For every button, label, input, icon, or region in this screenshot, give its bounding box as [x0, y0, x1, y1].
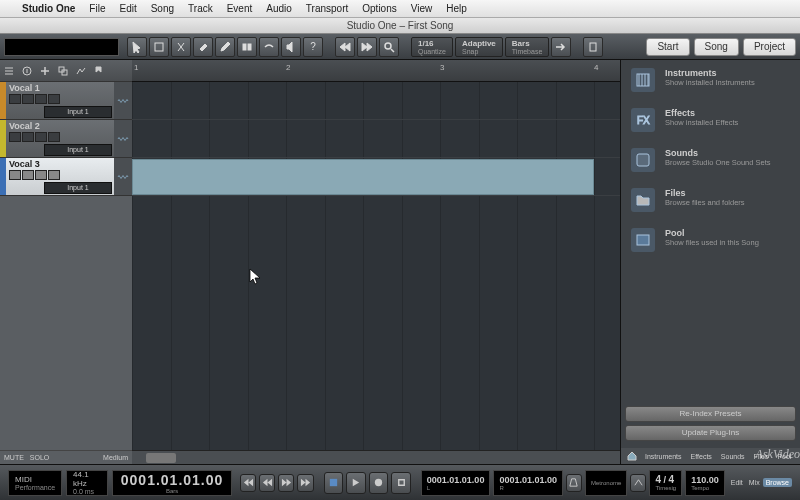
- record-arm-button[interactable]: [35, 170, 47, 180]
- arrow-tool-icon[interactable]: [127, 37, 147, 57]
- zoom-icon[interactable]: [379, 37, 399, 57]
- fast-rewind-button[interactable]: [259, 474, 275, 492]
- browser-tab[interactable]: Sounds: [718, 452, 748, 461]
- track-header[interactable]: Vocal 2Input 1: [0, 120, 132, 158]
- range-tool-icon[interactable]: [149, 37, 169, 57]
- song-button[interactable]: Song: [694, 38, 739, 56]
- app-name-menu[interactable]: Studio One: [22, 3, 75, 14]
- loop-left[interactable]: 0001.01.01.00L: [421, 470, 491, 496]
- arrange-lanes[interactable]: [132, 82, 620, 450]
- automation-view-icon[interactable]: [74, 64, 88, 78]
- browser-category[interactable]: InstrumentsShow installed Instruments: [621, 60, 800, 100]
- browser-category[interactable]: SoundsBrowse Studio One Sound Sets: [621, 140, 800, 180]
- browser-category[interactable]: PoolShow files used in this Song: [621, 220, 800, 260]
- menu-options[interactable]: Options: [362, 3, 396, 14]
- track-lane[interactable]: [132, 82, 620, 120]
- reindex-presets-button[interactable]: Re-Index Presets: [625, 406, 796, 422]
- fast-forward-button[interactable]: [278, 474, 294, 492]
- menu-track[interactable]: Track: [188, 3, 213, 14]
- start-button[interactable]: Start: [646, 38, 689, 56]
- solo-button[interactable]: [22, 170, 34, 180]
- browser-tab[interactable]: Instruments: [642, 452, 685, 461]
- stop-button[interactable]: [324, 472, 344, 494]
- track-header[interactable]: Vocal 1Input 1: [0, 82, 132, 120]
- menu-audio[interactable]: Audio: [266, 3, 292, 14]
- track-lane[interactable]: [132, 158, 620, 196]
- browser-category[interactable]: FilesBrowse files and folders: [621, 180, 800, 220]
- view-tab-browse[interactable]: Browse: [763, 478, 792, 487]
- rewind-button[interactable]: [240, 474, 256, 492]
- mute-button[interactable]: [9, 170, 21, 180]
- loop-button[interactable]: [391, 472, 411, 494]
- menu-transport[interactable]: Transport: [306, 3, 348, 14]
- menu-file[interactable]: File: [89, 3, 105, 14]
- record-arm-button[interactable]: [35, 94, 47, 104]
- project-button[interactable]: Project: [743, 38, 796, 56]
- tempo-display[interactable]: 110.00Tempo: [685, 470, 725, 496]
- bend-tool-icon[interactable]: [259, 37, 279, 57]
- monitor-button[interactable]: [48, 94, 60, 104]
- browser-category[interactable]: FXEffectsShow installed Effects: [621, 100, 800, 140]
- record-button[interactable]: [369, 472, 389, 494]
- play-button[interactable]: [346, 472, 366, 494]
- forward-icon[interactable]: [357, 37, 377, 57]
- loop-right[interactable]: 0001.01.01.00R: [493, 470, 563, 496]
- track-info-icon[interactable]: [20, 64, 34, 78]
- menu-event[interactable]: Event: [227, 3, 253, 14]
- mute-label[interactable]: MUTE: [4, 454, 24, 461]
- precount-button[interactable]: [630, 474, 646, 492]
- autoscroll-icon[interactable]: [551, 37, 571, 57]
- track-input-selector[interactable]: Input 1: [44, 182, 112, 194]
- snap-selector[interactable]: AdaptiveSnap: [455, 37, 503, 57]
- solo-button[interactable]: [22, 132, 34, 142]
- menu-song[interactable]: Song: [151, 3, 174, 14]
- track-header[interactable]: Vocal 3Input 1: [0, 158, 132, 196]
- monitor-button[interactable]: [48, 132, 60, 142]
- arrange-view[interactable]: 1 2 3 4: [132, 60, 620, 464]
- track-name[interactable]: Vocal 3: [9, 159, 111, 169]
- record-arm-button[interactable]: [35, 132, 47, 142]
- marker-track-icon[interactable]: [92, 64, 106, 78]
- audio-clip[interactable]: [132, 159, 594, 195]
- mute-tool-icon[interactable]: [237, 37, 257, 57]
- add-track-icon[interactable]: [38, 64, 52, 78]
- horizontal-scrollbar[interactable]: [132, 450, 620, 464]
- svg-rect-4: [590, 43, 596, 51]
- rewind-icon[interactable]: [335, 37, 355, 57]
- view-tab-mix[interactable]: Mix: [746, 478, 763, 487]
- timeline-ruler[interactable]: 1 2 3 4: [132, 60, 620, 82]
- erase-tool-icon[interactable]: [193, 37, 213, 57]
- mute-button[interactable]: [9, 94, 21, 104]
- listen-tool-icon[interactable]: [281, 37, 301, 57]
- quantize-selector[interactable]: 1/16Quantize: [411, 37, 453, 57]
- timesig-display[interactable]: 4 / 4Timesig: [649, 470, 682, 496]
- automation-icon[interactable]: [583, 37, 603, 57]
- update-plugins-button[interactable]: Update Plug-Ins: [625, 425, 796, 441]
- browser-tab[interactable]: Effects: [688, 452, 715, 461]
- duplicate-track-icon[interactable]: [56, 64, 70, 78]
- draw-tool-icon[interactable]: [215, 37, 235, 57]
- track-lane[interactable]: [132, 120, 620, 158]
- track-name[interactable]: Vocal 2: [9, 121, 111, 131]
- solo-button[interactable]: [22, 94, 34, 104]
- browser-desc: Show installed Instruments: [665, 78, 755, 87]
- track-list-menu-icon[interactable]: [2, 64, 16, 78]
- view-tab-edit[interactable]: Edit: [728, 478, 746, 487]
- timebase-selector[interactable]: BarsTimebase: [505, 37, 549, 57]
- monitor-button[interactable]: [48, 170, 60, 180]
- split-tool-icon[interactable]: [171, 37, 191, 57]
- track-input-selector[interactable]: Input 1: [44, 144, 112, 156]
- solo-label[interactable]: SOLO: [30, 454, 49, 461]
- track-size-selector[interactable]: Medium: [103, 454, 128, 461]
- help-icon[interactable]: ?: [303, 37, 323, 57]
- track-input-selector[interactable]: Input 1: [44, 106, 112, 118]
- goto-end-button[interactable]: [297, 474, 313, 492]
- mute-button[interactable]: [9, 132, 21, 142]
- track-name[interactable]: Vocal 1: [9, 83, 111, 93]
- menu-help[interactable]: Help: [446, 3, 467, 14]
- metronome-button[interactable]: [566, 474, 582, 492]
- timecode-display[interactable]: 0001.01.01.00Bars: [112, 470, 233, 496]
- menu-view[interactable]: View: [411, 3, 433, 14]
- home-icon[interactable]: [625, 449, 639, 463]
- menu-edit[interactable]: Edit: [119, 3, 136, 14]
